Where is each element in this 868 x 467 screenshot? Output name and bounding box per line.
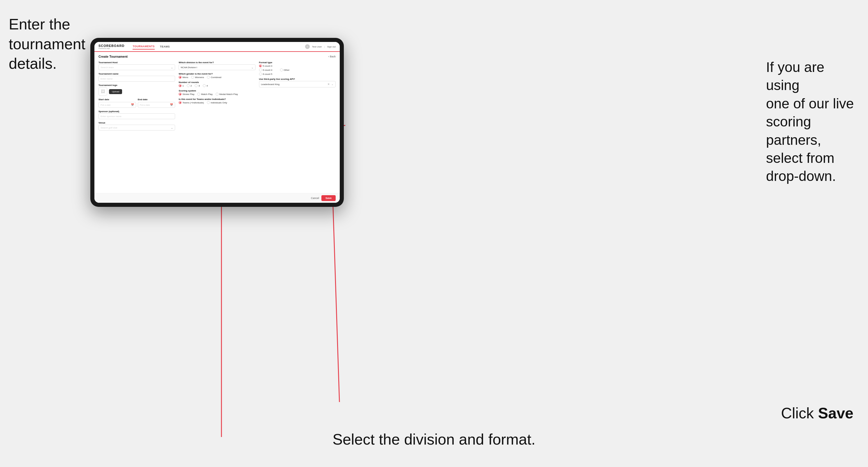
- format-other-label: Other: [284, 69, 290, 71]
- upload-button[interactable]: Upload: [109, 89, 122, 94]
- nav-teams[interactable]: TEAMS: [160, 44, 170, 49]
- gender-combined-label: Combined: [211, 76, 221, 79]
- back-link[interactable]: Back: [328, 55, 336, 58]
- scoring-stroke-radio[interactable]: [179, 93, 182, 96]
- sponsor-placeholder: Enter sponsor name: [100, 115, 122, 118]
- format-type-label: Format type: [259, 61, 336, 64]
- end-date-label: End date: [138, 98, 176, 101]
- gender-womens-radio[interactable]: [191, 76, 194, 79]
- scoring-medal-match[interactable]: Medal Match Play: [216, 93, 238, 96]
- sponsor-input[interactable]: Enter sponsor name: [98, 113, 175, 119]
- format-other-radio[interactable]: [280, 68, 283, 71]
- end-date-input[interactable]: Pick a date 📅: [138, 102, 176, 108]
- cancel-button[interactable]: Cancel: [311, 197, 319, 199]
- end-date-field: End date Pick a date 📅: [138, 98, 176, 108]
- signout-link[interactable]: Sign out: [327, 45, 336, 48]
- start-date-label: Start date: [98, 98, 136, 101]
- format-other[interactable]: Other: [280, 68, 290, 71]
- annotation-top-left: Enter the tournament details.: [9, 14, 90, 74]
- gender-womens-label: Womens: [195, 76, 204, 79]
- rounds-3-radio[interactable]: [195, 84, 197, 87]
- tournament-host-input[interactable]: Search team: [98, 64, 175, 70]
- gender-mens-label: Mens: [182, 76, 188, 79]
- form-header: Create Tournament Back: [98, 55, 336, 58]
- rounds-2[interactable]: 2: [187, 84, 192, 87]
- rounds-4-radio[interactable]: [203, 84, 206, 87]
- navbar: SCOREBOARD Powered by clippi TOURNAMENTS…: [94, 42, 340, 52]
- logo-sub: Powered by clippi: [98, 48, 124, 49]
- annotation-bottom-right: Click Save: [781, 404, 854, 423]
- tournament-name-input[interactable]: Enter name: [98, 76, 175, 82]
- tablet-device: SCOREBOARD Powered by clippi TOURNAMENTS…: [90, 38, 344, 207]
- venue-placeholder: Search golf club: [100, 126, 117, 129]
- scoring-match[interactable]: Match Play: [197, 93, 213, 96]
- start-date-field: Start date Pick a date 📅: [98, 98, 136, 108]
- form-title: Create Tournament: [98, 55, 128, 58]
- form-right-col: Format type 5 count 4 6 count 4: [259, 61, 336, 130]
- gender-mens-radio[interactable]: [179, 76, 182, 79]
- start-date-input[interactable]: Pick a date 📅: [98, 102, 136, 108]
- live-scoring-clear-icon[interactable]: ✕: [328, 83, 330, 86]
- rounds-1[interactable]: 1: [179, 84, 184, 87]
- venue-input[interactable]: Search golf club: [98, 125, 175, 130]
- format-6count4-label: 6 count 4: [263, 69, 273, 71]
- gender-label: Which gender is the event for?: [179, 72, 255, 75]
- gender-combined-radio[interactable]: [207, 76, 210, 79]
- scoring-stroke-label: Stroke Play: [182, 93, 194, 96]
- division-input[interactable]: NCAA Division I: [179, 64, 255, 70]
- tournament-name-placeholder: Enter name: [100, 77, 113, 80]
- scoring-match-radio[interactable]: [197, 93, 200, 96]
- gender-combined[interactable]: Combined: [207, 76, 221, 79]
- individuals-only-radio[interactable]: [207, 101, 210, 104]
- tournament-host-label: Tournament Host: [98, 61, 175, 64]
- format-row: 5 count 4 6 count 4 6 count 5: [259, 64, 336, 75]
- individuals-only[interactable]: Individuals Only: [207, 101, 227, 104]
- end-date-placeholder: Pick a date: [140, 104, 150, 106]
- user-name: Test User: [312, 45, 322, 48]
- format-type-field: Format type 5 count 4 6 count 4: [259, 61, 336, 75]
- format-right-options: Other: [280, 68, 290, 71]
- live-scoring-input[interactable]: Leaderboard King ✕ ⌄: [259, 81, 336, 87]
- format-6count4[interactable]: 6 count 4: [259, 68, 273, 71]
- division-field: Which division is the event for? NCAA Di…: [179, 61, 255, 70]
- user-avatar: T: [305, 44, 310, 49]
- format-5count4-radio[interactable]: [259, 64, 262, 67]
- teams-plus-radio[interactable]: [179, 101, 182, 104]
- teams-field: Is this event for Teams and/or Individua…: [179, 98, 255, 104]
- save-button[interactable]: Save: [321, 195, 336, 201]
- format-5count4[interactable]: 5 count 4: [259, 64, 273, 67]
- gender-mens[interactable]: Mens: [179, 76, 188, 79]
- scoring-medal-match-radio[interactable]: [216, 93, 219, 96]
- scoring-field: Scoring system Stroke Play Match Play: [179, 89, 255, 96]
- annotation-top-right: If you are using one of our live scoring…: [766, 58, 859, 186]
- rounds-3[interactable]: 3: [195, 84, 199, 87]
- image-icon: 🖼: [101, 89, 105, 94]
- nav-right: T Test User | Sign out: [305, 44, 336, 49]
- scoring-stroke[interactable]: Stroke Play: [179, 93, 194, 96]
- rounds-4[interactable]: 4: [203, 84, 208, 87]
- division-value: NCAA Division I: [181, 66, 197, 69]
- calendar-icon-start: 📅: [131, 103, 134, 106]
- form-middle-col: Which division is the event for? NCAA Di…: [179, 61, 255, 130]
- rounds-label: Number of rounds: [179, 81, 255, 84]
- teams-label: Is this event for Teams and/or Individua…: [179, 98, 255, 100]
- rounds-2-radio[interactable]: [187, 84, 190, 87]
- format-6count5-label: 6 count 5: [263, 73, 273, 75]
- logo-upload-area: 🖼 Upload: [98, 87, 175, 96]
- gender-field: Which gender is the event for? Mens Wome…: [179, 72, 255, 79]
- rounds-field: Number of rounds 1 2: [179, 81, 255, 87]
- rounds-1-radio[interactable]: [179, 84, 182, 87]
- logo-area: SCOREBOARD Powered by clippi: [98, 44, 124, 49]
- format-6count5[interactable]: 6 count 5: [259, 72, 273, 75]
- logo-preview: 🖼: [98, 87, 107, 96]
- format-6count5-radio[interactable]: [259, 72, 262, 75]
- format-6count4-radio[interactable]: [259, 68, 262, 71]
- teams-plus-individuals[interactable]: Teams (+Individuals): [179, 101, 204, 104]
- rounds-2-label: 2: [191, 85, 192, 87]
- gender-womens[interactable]: Womens: [191, 76, 204, 79]
- nav-tournaments[interactable]: TOURNAMENTS: [132, 44, 154, 50]
- form-columns: Tournament Host Search team Tournament n…: [98, 61, 336, 130]
- sponsor-label: Sponsor (optional): [98, 110, 175, 113]
- live-scoring-expand-icon[interactable]: ⌄: [331, 83, 334, 86]
- sponsor-field: Sponsor (optional) Enter sponsor name: [98, 110, 175, 119]
